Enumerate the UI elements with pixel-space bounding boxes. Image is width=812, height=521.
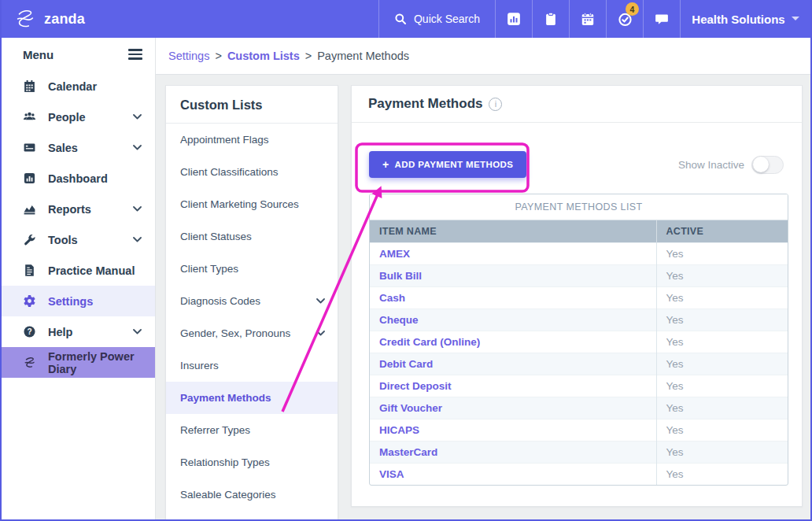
table-row: AMEX Yes (370, 242, 788, 264)
people-icon (23, 110, 36, 124)
sidebar-item-help[interactable]: ? Help (2, 316, 155, 347)
custom-list-item-appointment-flags[interactable]: Appointment Flags (166, 124, 338, 156)
tasks-nav-button[interactable]: 4 (606, 0, 643, 38)
sidebar-item-tools[interactable]: Tools (2, 224, 155, 255)
custom-list-item-payment-methods[interactable]: Payment Methods (166, 382, 338, 414)
calendar-white-nav-button[interactable] (569, 0, 606, 38)
chevron-down-icon (792, 17, 799, 21)
active-value: Yes (656, 441, 788, 463)
active-value: Yes (656, 463, 788, 485)
dashboard-icon (23, 172, 36, 185)
panel-header: Payment Methods i (352, 86, 802, 123)
help-icon: ? (23, 325, 36, 338)
breadcrumb-custom-lists[interactable]: Custom Lists (227, 50, 300, 62)
item-name-link[interactable]: Gift Voucher (379, 402, 442, 414)
custom-lists-panel: Custom Lists Appointment Flags Client Cl… (165, 85, 338, 521)
chart-nav-button[interactable] (495, 0, 532, 38)
chevron-down-icon (133, 145, 142, 150)
calendar-icon (23, 79, 36, 93)
chevron-down-icon (316, 331, 325, 336)
sidebar-item-sales[interactable]: Sales (2, 132, 155, 163)
custom-list-item-client-marketing-sources[interactable]: Client Marketing Sources (166, 188, 338, 220)
table-row: Cheque Yes (370, 309, 788, 331)
custom-list-item-client-classifications[interactable]: Client Classifications (166, 156, 338, 188)
item-name-link[interactable]: Cash (379, 292, 405, 304)
scribble-icon (23, 356, 36, 369)
menu-title: Menu (23, 48, 54, 61)
custom-list-item-relationship-types[interactable]: Relationship Types (166, 446, 338, 479)
zanda-logo-icon (13, 7, 37, 31)
table-row: VISA Yes (370, 463, 788, 485)
active-value: Yes (656, 353, 788, 375)
quick-search-button[interactable]: Quick Search (378, 0, 495, 38)
clipboard-icon (544, 12, 558, 26)
account-menu[interactable]: Health Solutions (680, 0, 810, 38)
tools-icon (23, 233, 36, 246)
active-value: Yes (656, 242, 788, 264)
table-row: MasterCard Yes (370, 441, 788, 463)
reports-icon (23, 202, 36, 216)
custom-list-item-saleable-categories[interactable]: Saleable Categories (166, 479, 338, 511)
sidebar-item-dashboard[interactable]: Dashboard (2, 163, 155, 194)
add-payment-methods-button[interactable]: + ADD PAYMENT METHODS (369, 151, 526, 178)
column-header-item-name[interactable]: ITEM NAME (370, 220, 656, 242)
brand-logo[interactable]: zanda (2, 0, 378, 38)
svg-text:?: ? (27, 327, 31, 336)
show-inactive-toggle[interactable] (751, 156, 784, 174)
sidebar-item-people[interactable]: People (2, 102, 155, 132)
breadcrumb: Settings > Custom Lists > Payment Method… (156, 38, 810, 75)
chat-nav-button[interactable] (643, 0, 680, 38)
custom-list-item-referrer-types[interactable]: Referrer Types (166, 414, 338, 446)
sidebar-item-calendar[interactable]: Calendar (2, 71, 155, 102)
content-area: Custom Lists Appointment Flags Client Cl… (156, 75, 810, 519)
sidebar-item-settings[interactable]: Settings (2, 286, 155, 316)
custom-list-item-client-statuses[interactable]: Client Statuses (166, 220, 338, 253)
table-row: Direct Deposit Yes (370, 375, 788, 397)
custom-list-item-gender-sex-pronouns[interactable]: Gender, Sex, Pronouns (166, 317, 338, 349)
chat-icon (655, 12, 669, 26)
show-inactive-control: Show Inactive (678, 156, 784, 174)
custom-lists-title: Custom Lists (180, 98, 263, 112)
custom-list-item-diagnosis-codes[interactable]: Diagnosis Codes (166, 285, 338, 317)
table-row: Cash Yes (370, 286, 788, 309)
custom-list-item-insurers[interactable]: Insurers (166, 349, 338, 382)
chart-icon (507, 12, 521, 26)
toggle-knob (753, 157, 769, 172)
column-header-active[interactable]: ACTIVE (656, 220, 788, 242)
item-name-link[interactable]: MasterCard (379, 446, 437, 458)
clipboard-nav-button[interactable] (532, 0, 569, 38)
item-name-link[interactable]: HICAPS (379, 424, 419, 436)
info-icon[interactable]: i (489, 98, 502, 111)
chevron-down-icon (133, 329, 142, 334)
sidebar-item-reports[interactable]: Reports (2, 194, 155, 224)
show-inactive-label: Show Inactive (678, 159, 744, 171)
breadcrumb-settings[interactable]: Settings (168, 50, 209, 62)
top-nav-icons: 4 (495, 0, 680, 38)
chevron-down-icon (133, 237, 142, 242)
gear-icon (23, 294, 36, 308)
table-row: HICAPS Yes (370, 419, 788, 441)
table-row: Bulk Bill Yes (370, 264, 788, 286)
custom-list-item-client-types[interactable]: Client Types (166, 253, 338, 285)
sidebar-item-formerly-power-diary[interactable]: Formerly Power Diary (2, 347, 155, 378)
item-name-link[interactable]: Bulk Bill (379, 270, 422, 282)
item-name-link[interactable]: Debit Card (379, 358, 433, 370)
chevron-down-icon (133, 206, 142, 212)
account-name: Health Solutions (692, 13, 784, 26)
item-name-link[interactable]: AMEX (379, 248, 410, 260)
top-bar: zanda Quick Search 4 Health Solutions (2, 0, 810, 38)
hamburger-icon[interactable] (128, 49, 142, 60)
add-button-label: ADD PAYMENT METHODS (395, 160, 514, 169)
item-name-link[interactable]: Direct Deposit (379, 380, 452, 392)
item-name-link[interactable]: Credit Card (Online) (379, 336, 480, 348)
breadcrumb-separator: > (305, 50, 312, 62)
active-value: Yes (656, 375, 788, 397)
item-name-link[interactable]: Cheque (379, 314, 419, 326)
document-icon (23, 264, 36, 277)
notification-badge: 4 (626, 2, 639, 16)
sidebar-item-practice-manual[interactable]: Practice Manual (2, 255, 155, 286)
brand-name: zanda (44, 11, 85, 28)
page-title: Payment Methods (368, 96, 482, 112)
item-name-link[interactable]: VISA (379, 468, 404, 480)
table-header-row: ITEM NAME ACTIVE (370, 220, 788, 242)
